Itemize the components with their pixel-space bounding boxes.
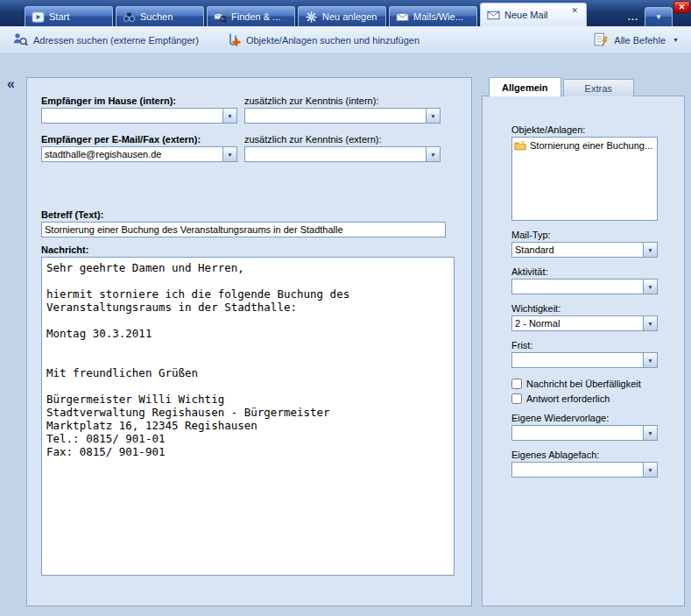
- recipient-external-combobox[interactable]: [41, 146, 237, 162]
- mail-options-panel: Objekte/Anlagen: Stornierung einer Buchu…: [482, 96, 685, 606]
- dropdown-arrow-icon[interactable]: [222, 147, 236, 161]
- tab-bar: Start Suchen Finden & ... Neu anlegen Ma…: [0, 0, 691, 26]
- tab-finden[interactable]: Finden & ...: [207, 6, 295, 26]
- app-window: Start Suchen Finden & ... Neu anlegen Ma…: [0, 0, 691, 616]
- toolbar-item-label: Adressen suchen (externe Empfänger): [33, 35, 199, 46]
- dropdown-arrow-icon[interactable]: [426, 109, 440, 123]
- mail-type-label: Mail-Typ:: [511, 230, 658, 240]
- mail-type-input[interactable]: [512, 243, 643, 257]
- importance-combobox[interactable]: [511, 315, 658, 331]
- activity-label: Aktivität:: [511, 266, 658, 277]
- reply-required-checkbox-label: Antwort erforderlich: [526, 393, 610, 404]
- importance-input[interactable]: [512, 316, 643, 330]
- tab-label: Mails/Wie...: [413, 11, 463, 22]
- tab-close-icon[interactable]: [569, 6, 580, 16]
- binoculars-icon: [123, 11, 136, 24]
- followup-label: Eigene Wiedervorlage:: [511, 413, 658, 423]
- mail-form-panel: Empfänger im Hause (intern): zusätzlich …: [26, 77, 472, 606]
- tab-neue-mail[interactable]: Neue Mail: [480, 3, 587, 26]
- attachment-name: Stornierung einer Buchung...: [530, 140, 652, 151]
- side-tab-bar: Allgemein Extras: [489, 77, 636, 96]
- find-document-icon: [214, 11, 227, 24]
- person-search-icon: [12, 32, 28, 49]
- filing-input[interactable]: [512, 463, 643, 477]
- folder-icon: [514, 139, 526, 152]
- deadline-input[interactable]: [512, 353, 643, 367]
- deadline-combobox[interactable]: [511, 352, 658, 368]
- new-item-star-icon: [305, 11, 318, 24]
- add-attachments-button[interactable]: Objekte/Anlagen suchen und hinzufügen: [225, 32, 420, 49]
- commands-list-icon: [593, 32, 609, 49]
- mail-icon: [396, 11, 409, 24]
- filing-label: Eigenes Ablagefach:: [511, 450, 658, 460]
- start-icon: [32, 11, 45, 24]
- recipient-internal-combobox[interactable]: [41, 108, 237, 124]
- message-label: Nachricht:: [41, 244, 457, 255]
- followup-combobox[interactable]: [511, 425, 658, 441]
- command-toolbar: Adressen suchen (externe Empfänger) Obje…: [0, 26, 691, 54]
- overdue-checkbox-label: Nachricht bei Überfälligkeit: [526, 379, 641, 389]
- cc-internal-combobox[interactable]: [244, 108, 441, 124]
- tab-allgemein[interactable]: Allgemein: [489, 77, 561, 96]
- dropdown-arrow-icon[interactable]: [643, 353, 657, 367]
- dropdown-arrow-icon[interactable]: [643, 243, 657, 257]
- tab-label: Finden & ...: [231, 11, 280, 22]
- recipient-internal-input[interactable]: [42, 109, 222, 123]
- tab-overflow-indicator[interactable]: ...: [628, 11, 638, 22]
- dropdown-arrow-icon[interactable]: [643, 316, 657, 330]
- tab-label: Suchen: [140, 11, 173, 22]
- chevron-down-icon: [673, 37, 679, 43]
- dropdown-arrow-icon[interactable]: [643, 463, 657, 477]
- tab-neu-anlegen[interactable]: Neu anlegen: [298, 6, 386, 26]
- dropdown-arrow-icon[interactable]: [222, 109, 236, 123]
- tab-label: Neu anlegen: [322, 11, 377, 22]
- cc-internal-label: zusätzlich zur Kenntnis (intern):: [244, 96, 441, 106]
- dropdown-arrow-icon[interactable]: [426, 147, 440, 161]
- cc-external-label: zusätzlich zur Kenntnis (extern):: [244, 134, 441, 145]
- subject-input[interactable]: [41, 222, 446, 237]
- recipient-external-label: Empfänger per E-Mail/Fax (extern):: [41, 134, 237, 145]
- overdue-checkbox-row[interactable]: Nachricht bei Überfälligkeit: [511, 379, 658, 389]
- dropdown-arrow-icon[interactable]: [643, 280, 657, 294]
- toolbar-item-label: Objekte/Anlagen suchen und hinzufügen: [246, 35, 420, 46]
- search-addresses-button[interactable]: Adressen suchen (externe Empfänger): [12, 32, 199, 49]
- objects-label: Objekte/Anlagen:: [511, 124, 658, 135]
- importance-label: Wichtigkeit:: [511, 303, 658, 314]
- tab-label: Neue Mail: [504, 10, 548, 20]
- cc-internal-input[interactable]: [245, 109, 426, 123]
- tab-list-dropdown-button[interactable]: [645, 7, 673, 26]
- activity-input[interactable]: [512, 280, 643, 294]
- message-textarea[interactable]: Sehr geehrte Damen und Herren, hiermit s…: [41, 257, 455, 576]
- filing-combobox[interactable]: [511, 462, 658, 478]
- mail-type-combobox[interactable]: [511, 242, 658, 258]
- collapse-panel-chevron-icon[interactable]: [7, 77, 15, 91]
- attachment-add-icon: [225, 32, 241, 49]
- tab-label: Start: [49, 11, 69, 22]
- tab-start[interactable]: Start: [25, 6, 113, 26]
- window-close-button[interactable]: [673, 1, 690, 13]
- recipient-external-input[interactable]: [42, 147, 222, 161]
- side-tab-label: Extras: [585, 83, 612, 94]
- attachment-list-item[interactable]: Stornierung einer Buchung...: [514, 139, 655, 152]
- side-tab-label: Allgemein: [502, 82, 548, 93]
- overdue-checkbox[interactable]: [511, 379, 522, 389]
- all-commands-label: Alle Befehle: [614, 35, 666, 46]
- attachments-listbox[interactable]: Stornierung einer Buchung...: [511, 137, 658, 221]
- activity-combobox[interactable]: [511, 279, 658, 294]
- followup-input[interactable]: [512, 426, 643, 440]
- all-commands-button[interactable]: Alle Befehle: [593, 32, 679, 49]
- cc-external-combobox[interactable]: [244, 146, 441, 162]
- dropdown-arrow-icon[interactable]: [643, 426, 657, 440]
- reply-required-checkbox-row[interactable]: Antwort erforderlich: [511, 393, 658, 404]
- tab-mails-wiedervorlagen[interactable]: Mails/Wie...: [389, 6, 477, 26]
- cc-external-input[interactable]: [245, 147, 426, 161]
- tab-extras[interactable]: Extras: [563, 79, 634, 96]
- reply-required-checkbox[interactable]: [511, 393, 522, 404]
- deadline-label: Frist:: [511, 340, 658, 350]
- tab-suchen[interactable]: Suchen: [116, 6, 204, 26]
- subject-label: Betreff (Text):: [41, 209, 457, 220]
- new-mail-icon: [487, 9, 500, 22]
- recipient-internal-label: Empfänger im Hause (intern):: [41, 96, 237, 106]
